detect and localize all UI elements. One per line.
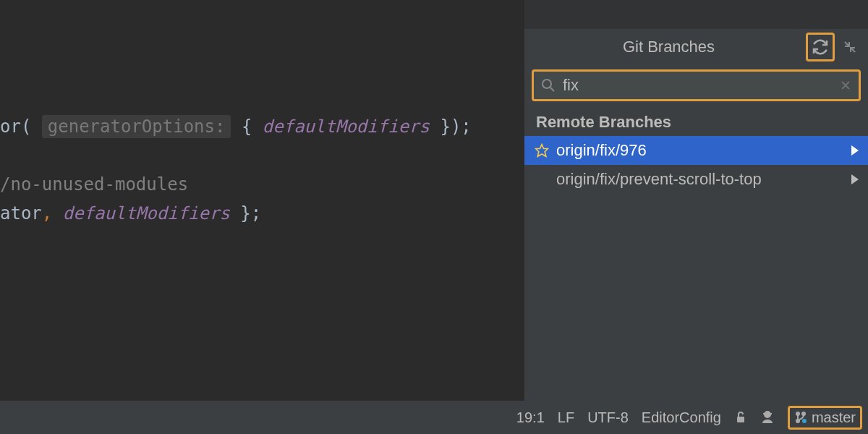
svg-marker-3 [851,174,859,184]
current-branch-name: master [812,409,856,426]
chevron-right-icon [851,174,859,184]
refresh-button[interactable] [806,33,835,61]
svg-marker-2 [851,145,859,156]
code-comment: /no-unused-modules [0,174,188,195]
svg-rect-4 [737,417,744,422]
search-box[interactable] [532,69,861,101]
editor-tab-strip [524,0,868,29]
refresh-icon [812,38,829,56]
git-branches-popup: Git Branches Rem [524,29,868,401]
section-header: Remote Branches [524,106,868,136]
popup-title: Git Branches [532,38,806,56]
branch-item[interactable]: origin/fix/976 [524,136,868,165]
code-line: ator, defaultModifiers }; [0,199,524,228]
caret-position[interactable]: 19:1 [516,409,545,426]
collapse-button[interactable] [839,36,861,58]
svg-rect-6 [763,413,772,414]
svg-point-8 [796,420,799,422]
svg-point-10 [802,419,807,423]
git-branch-indicator[interactable]: master [788,406,862,430]
star-icon [535,143,552,158]
lock-icon[interactable] [734,411,747,424]
code-property: defaultModifiers [263,116,430,137]
file-encoding[interactable]: UTF-8 [587,409,629,426]
branch-name: origin/fix/prevent-scroll-to-top [556,170,851,189]
close-icon [840,80,851,91]
inlay-hint: generatorOptions: [42,115,231,138]
search-icon [541,78,556,93]
code-line: or( generatorOptions: { defaultModifiers… [0,112,524,141]
collapse-icon [843,41,856,54]
svg-point-9 [802,412,805,415]
svg-marker-1 [536,145,548,157]
code-line: /no-unused-modules [0,170,524,199]
line-separator[interactable]: LF [558,409,574,426]
code-blank-line [0,141,524,170]
branch-name: origin/fix/976 [556,141,851,160]
popup-header: Git Branches [524,29,868,65]
branch-list: origin/fix/976 origin/fix/prevent-scroll… [524,136,868,194]
inspector-icon[interactable] [760,410,775,425]
search-input[interactable] [563,76,840,95]
code-property: defaultModifiers [63,203,230,224]
branch-icon [794,411,807,424]
code-editor[interactable]: or( generatorOptions: { defaultModifiers… [0,0,524,401]
branch-item[interactable]: origin/fix/prevent-scroll-to-top [524,165,868,194]
svg-point-0 [542,80,551,88]
code-text: or( [0,116,31,137]
clear-search-button[interactable] [840,80,851,91]
status-bar: 19:1 LF UTF-8 EditorConfig master [0,401,868,434]
svg-point-7 [796,412,799,415]
chevron-right-icon [851,145,859,156]
editorconfig-status[interactable]: EditorConfig [642,409,721,426]
search-row [524,65,868,106]
